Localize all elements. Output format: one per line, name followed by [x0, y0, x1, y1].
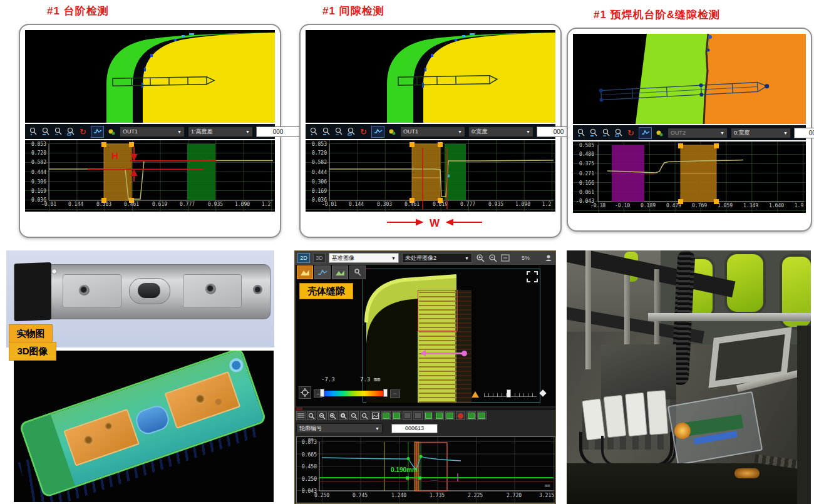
step-mode-select[interactable]: 1:高度差▼	[188, 126, 253, 137]
step-value-box[interactable]: 000	[256, 126, 300, 137]
preweld-heightmap-image	[573, 34, 806, 124]
texture-view-button[interactable]	[332, 265, 348, 279]
preweld-mode-select[interactable]: 0:宽度▼	[731, 128, 791, 138]
export-icon[interactable]	[477, 411, 487, 420]
color-scale-bar	[322, 391, 385, 396]
shell-gap-label: 壳体缝隙	[299, 283, 353, 299]
reset-view-icon[interactable]: ↻	[359, 127, 368, 136]
scale-settings-button[interactable]	[299, 386, 311, 399]
gap-profile-graph: 0.853 0.720 0.582 0.444 0.306 0.169 0.03…	[306, 140, 555, 212]
fit-screen-icon[interactable]	[500, 254, 510, 263]
step-heightmap-view	[25, 30, 275, 123]
fullscreen-icon[interactable]	[527, 271, 538, 282]
magnify-icon[interactable]	[307, 411, 316, 420]
gap-arrow-line	[425, 352, 464, 354]
panel-preweld-title: #1 预焊机台阶&缝隙检测	[594, 8, 720, 22]
zoom-fit-icon[interactable]	[334, 127, 343, 136]
zoom-in-icon[interactable]	[28, 127, 38, 136]
chevron-down-icon: ▼	[526, 130, 530, 134]
base-image-select[interactable]: 基准图像▼	[329, 253, 399, 263]
step-output-select[interactable]: OUT1▼	[120, 126, 185, 137]
overlay-icon[interactable]	[392, 411, 401, 420]
zoom-region-icon[interactable]	[346, 127, 356, 136]
profile-chart-icon[interactable]	[639, 127, 652, 139]
pan-icon[interactable]	[339, 411, 348, 420]
processed-image-select[interactable]: 未处理图像2▼	[402, 253, 472, 263]
center-vent	[138, 283, 160, 298]
machine-actuator	[647, 390, 669, 435]
zoom-in-icon[interactable]	[309, 127, 318, 136]
viewer-zoom-in-icon[interactable]	[475, 254, 485, 263]
color-tool-icon[interactable]	[388, 127, 397, 136]
step-profile-plot: H	[25, 140, 275, 212]
measure-icon[interactable]	[424, 411, 433, 420]
measure-point	[406, 476, 409, 480]
magnify-icon[interactable]	[360, 411, 369, 420]
contour-row: 轮廓编号▼ 000613	[296, 423, 555, 434]
reset-view-icon[interactable]: ↻	[626, 128, 636, 138]
contour-number-value[interactable]: 000613	[391, 424, 438, 433]
zoom-fit-icon[interactable]	[601, 128, 610, 138]
machine-floor	[567, 463, 811, 504]
zoom-fit-icon[interactable]	[53, 127, 63, 136]
zoom-out-icon[interactable]	[589, 128, 598, 138]
scan-red-region[interactable]	[418, 290, 458, 331]
zoom-in-icon[interactable]	[576, 128, 585, 138]
step-toolbar: ↻ OUT1▼ 1:高度差▼ 000	[25, 124, 275, 139]
magnify-plus-icon[interactable]	[328, 411, 337, 420]
color-tool-icon[interactable]	[107, 127, 116, 136]
viewer-mode-buttons	[297, 265, 366, 279]
contour-number-select[interactable]: 轮廓编号▼	[296, 423, 383, 433]
machine-silver-beam	[648, 313, 811, 321]
measure-icon[interactable]	[445, 411, 455, 420]
section-slider-handle[interactable]	[507, 389, 511, 398]
zoom-out-icon[interactable]	[321, 127, 331, 136]
scale-auto-button[interactable]: ⇔	[390, 389, 400, 398]
view-3d-button[interactable]: 3D	[313, 253, 326, 263]
contour-plot: 0.190mm	[297, 437, 555, 503]
probe-button[interactable]	[349, 265, 366, 279]
render-3d-view	[14, 351, 274, 502]
step-profile-graph: 0.853 0.720 0.582 0.444 0.306 0.169 0.03…	[25, 140, 275, 212]
scale-handle-min[interactable]	[320, 389, 324, 397]
zoom-region-icon[interactable]	[66, 127, 75, 136]
measure-icon[interactable]	[435, 411, 444, 420]
panel-gap-title: #1 间隙检测	[322, 4, 384, 18]
magnify-icon[interactable]	[349, 411, 359, 420]
gap-output-select[interactable]: OUT1▼	[400, 126, 465, 137]
tool-icon[interactable]	[544, 254, 553, 263]
measure-point	[407, 457, 410, 460]
pin-hole	[51, 269, 57, 274]
divider-accent	[296, 408, 302, 410]
zoom-region-icon[interactable]	[614, 128, 623, 138]
export-icon[interactable]	[466, 411, 476, 420]
preweld-value-box[interactable]: 000	[794, 128, 814, 138]
image-icon[interactable]	[371, 411, 380, 420]
left-pad-hole	[79, 285, 90, 296]
record-icon[interactable]	[456, 411, 465, 420]
measure-region-orange[interactable]	[412, 144, 440, 200]
magnify-minus-icon[interactable]	[317, 411, 327, 420]
gap-toolbar: ↻ OUT1▼ 0:宽度▼ 000	[306, 124, 555, 139]
preweld-toolbar: ↻ OUT2▼ 0:宽度▼ 000	[573, 125, 806, 140]
marker-diamond[interactable]	[539, 389, 546, 396]
measure-region-green[interactable]	[187, 144, 215, 200]
overlay-icon[interactable]	[381, 411, 391, 420]
viewer-zoom-out-icon[interactable]	[488, 254, 497, 263]
scale-handle-max[interactable]	[383, 389, 388, 397]
grid-icon[interactable]	[296, 411, 306, 420]
zoom-out-icon[interactable]	[41, 127, 50, 136]
chevron-down-icon: ▼	[458, 130, 462, 134]
color-tool-icon[interactable]	[655, 128, 664, 138]
view-2d-button[interactable]: 2D	[297, 253, 310, 263]
machine-photo	[567, 250, 811, 504]
height-image-button[interactable]	[297, 265, 313, 279]
profile-chart-icon[interactable]	[371, 126, 384, 138]
profile-view-button[interactable]	[314, 265, 331, 279]
preweld-output-select[interactable]: OUT2▼	[667, 128, 728, 138]
reset-view-icon[interactable]: ↻	[78, 127, 88, 136]
gap-mode-select[interactable]: 0:宽度▼	[468, 126, 533, 137]
measure-point	[418, 476, 421, 480]
position-marker-orange[interactable]	[471, 391, 479, 398]
profile-chart-icon[interactable]	[91, 126, 104, 138]
